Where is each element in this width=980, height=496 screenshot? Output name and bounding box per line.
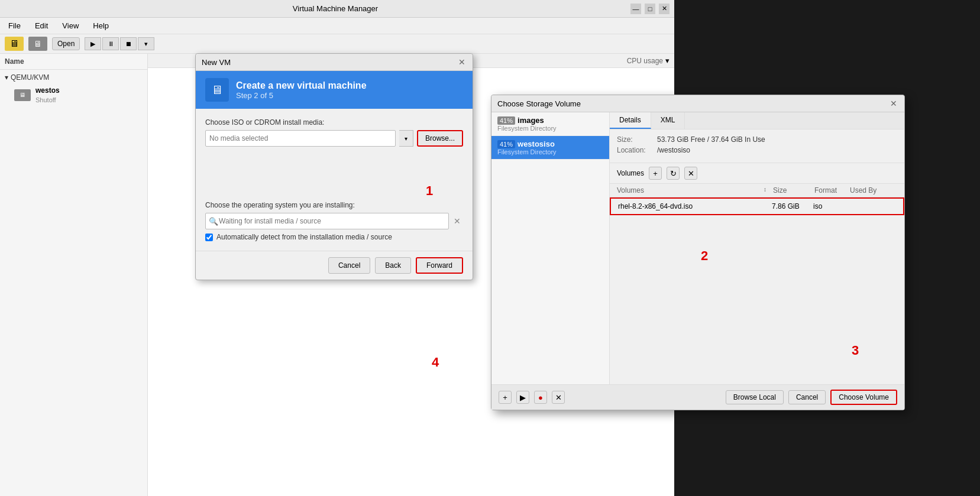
menu-edit[interactable]: Edit (31, 20, 51, 31)
sidebar-vm-westos[interactable]: 🖥 westos Shutoff (0, 84, 147, 106)
pool-westosiso-name: westosiso (518, 140, 555, 148)
pool-westosiso-header: 41% westosiso (497, 140, 603, 148)
storage-pool-list: 41% images Filesystem Directory 41% west… (491, 112, 610, 384)
os-clear-button[interactable]: ✕ (451, 215, 463, 227)
auto-detect-row: Automatically detect from the installati… (205, 233, 463, 241)
footer-play-btn[interactable]: ▶ (516, 391, 529, 404)
menu-file[interactable]: File (5, 20, 24, 31)
new-vm-close-button[interactable]: ✕ (457, 57, 467, 67)
new-vm-footer: Cancel Back Forward (196, 251, 473, 280)
tab-xml[interactable]: XML (651, 112, 685, 129)
storage-close-button[interactable]: ✕ (889, 99, 898, 108)
vm-icon: 🖥 (14, 89, 31, 101)
back-button[interactable]: Back (375, 257, 411, 274)
col-size: Size (773, 186, 814, 194)
volume-row-rhel[interactable]: rhel-8.2-x86_64-dvd.iso 7.86 GiB iso (610, 197, 904, 215)
new-vm-dialog-title: New VM (202, 58, 231, 67)
toolbar-actions: ▶ ⏸ ⏹ ▾ (85, 37, 154, 50)
os-section: Choose the operating system you are inst… (205, 201, 463, 241)
volume-name: rhel-8.2-x86_64-dvd.iso (618, 202, 772, 210)
pool-images-type: Filesystem Directory (497, 125, 603, 132)
volume-format: iso (813, 202, 849, 210)
toolbar-play-btn[interactable]: ▶ (85, 37, 101, 50)
app-title: Virtual Machine Manager (40, 4, 630, 13)
footer-stop-btn[interactable]: ✕ (552, 391, 565, 404)
auto-detect-checkbox[interactable] (205, 234, 213, 241)
storage-right-panel: Details XML Size: 53.73 GiB Free / 37.64… (610, 112, 904, 384)
search-icon: 🔍 (209, 217, 218, 226)
new-vm-header: 🖥 Create a new virtual machine Step 2 of… (196, 71, 473, 109)
browse-button[interactable]: Browse... (417, 130, 463, 147)
storage-footer: + ▶ ● ✕ Browse Local Cancel Choose Volum… (491, 384, 904, 410)
vm-name: westos (35, 86, 60, 96)
cpu-dropdown[interactable]: CPU usage ▾ (627, 56, 669, 65)
toolbar-stop-btn[interactable]: ⏹ (120, 37, 137, 50)
sidebar: Name ▾ QEMU/KVM 🖥 westos Shutoff (0, 54, 148, 496)
new-vm-icon: 🖥 (5, 37, 24, 51)
window-controls: — □ ✕ (630, 4, 669, 14)
minimize-button[interactable]: — (630, 4, 641, 14)
pool-westosiso-type: Filesystem Directory (497, 148, 603, 155)
storage-details-panel: Size: 53.73 GiB Free / 37.64 GiB In Use … (610, 129, 904, 163)
detail-location-value: /westosiso (657, 146, 690, 154)
storage-body: 41% images Filesystem Directory 41% west… (491, 112, 904, 384)
os-input-row: 🔍 ✕ (205, 213, 463, 229)
detail-size-label: Size: (617, 135, 652, 144)
volumes-table-header: Volumes ↕ Size Format Used By (610, 184, 904, 197)
media-dropdown-btn[interactable]: ▾ (399, 130, 413, 147)
delete-volume-button[interactable]: ✕ (684, 167, 697, 180)
toolbar-dropdown-btn[interactable]: ▾ (138, 37, 154, 50)
media-label: Choose ISO or CDROM install media: (205, 118, 463, 127)
close-button[interactable]: ✕ (659, 4, 669, 14)
volumes-label: Volumes (617, 169, 644, 177)
sidebar-group-label[interactable]: ▾ QEMU/KVM (0, 71, 147, 84)
footer-record-btn[interactable]: ● (534, 391, 547, 404)
browse-local-button[interactable]: Browse Local (726, 390, 784, 404)
cancel-button[interactable]: Cancel (328, 257, 370, 274)
storage-dialog-title: Choose Storage Volume (497, 99, 581, 108)
refresh-volumes-button[interactable]: ↻ (667, 167, 680, 180)
pool-images-header: 41% images (497, 116, 603, 125)
toolbar-pause-btn[interactable]: ⏸ (102, 37, 119, 50)
open-button[interactable]: Open (52, 37, 80, 50)
sidebar-header: Name (0, 54, 147, 70)
new-vm-header-title: Create a new virtual machine (236, 80, 367, 91)
media-row: ▾ Browse... (205, 130, 463, 147)
toolbar-monitor-icon: 🖥 (28, 37, 47, 51)
pool-westosiso[interactable]: 41% westosiso Filesystem Directory (491, 136, 609, 160)
col-usedby: Used By (850, 186, 897, 194)
storage-dialog: Choose Storage Volume ✕ 41% images Files… (491, 95, 905, 410)
menu-help[interactable]: Help (89, 20, 112, 31)
app-toolbar: 🖥 🖥 Open ▶ ⏸ ⏹ ▾ (0, 34, 674, 54)
new-vm-dialog: New VM ✕ 🖥 Create a new virtual machine … (195, 53, 473, 280)
pool-images-name: images (518, 116, 544, 125)
footer-add-btn[interactable]: + (499, 391, 512, 404)
sidebar-group-qemu: ▾ QEMU/KVM 🖥 westos Shutoff (0, 70, 147, 108)
vm-status: Shutoff (35, 96, 60, 104)
media-input[interactable] (205, 130, 396, 147)
chevron-down-icon: ▾ (5, 73, 8, 82)
os-input[interactable] (205, 213, 449, 229)
os-label: Choose the operating system you are inst… (205, 201, 463, 209)
auto-detect-label: Automatically detect from the installati… (216, 233, 392, 241)
col-volumes: Volumes (617, 186, 764, 194)
volume-size: 7.86 GiB (772, 202, 813, 210)
menu-view[interactable]: View (59, 20, 82, 31)
storage-titlebar: Choose Storage Volume ✕ (491, 95, 904, 112)
new-vm-header-step: Step 2 of 5 (236, 91, 367, 100)
new-vm-body: Choose ISO or CDROM install media: ▾ Bro… (196, 109, 473, 251)
choose-volume-button[interactable]: Choose Volume (830, 390, 897, 405)
storage-cancel-button[interactable]: Cancel (788, 390, 826, 404)
volumes-header: Volumes + ↻ ✕ (610, 163, 904, 184)
tab-details[interactable]: Details (610, 112, 651, 129)
detail-size-value: 53.73 GiB Free / 37.64 GiB In Use (657, 135, 765, 144)
col-format: Format (814, 186, 850, 194)
forward-button[interactable]: Forward (416, 257, 463, 274)
add-volume-button[interactable]: + (649, 167, 662, 180)
detail-size-row: Size: 53.73 GiB Free / 37.64 GiB In Use (617, 135, 897, 144)
maximize-button[interactable]: □ (645, 4, 655, 14)
cpu-dropdown-arrow-icon: ▾ (665, 56, 669, 65)
pool-images[interactable]: 41% images Filesystem Directory (491, 112, 609, 136)
detail-location-label: Location: (617, 146, 652, 154)
volumes-table: Volumes ↕ Size Format Used By rhel-8.2-x… (610, 184, 904, 384)
